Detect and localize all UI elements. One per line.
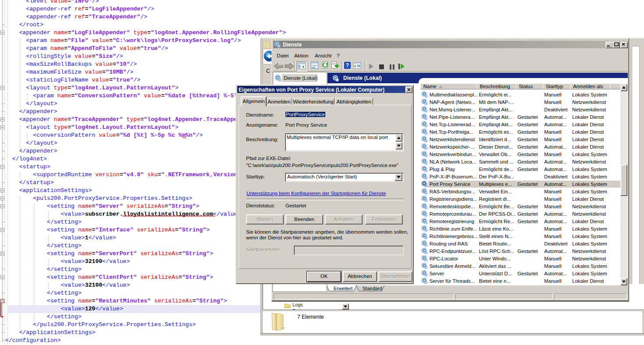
svg-text:Erweitert: Erweitert: [334, 286, 352, 291]
svg-text:?: ?: [346, 62, 349, 68]
svg-text:Standard: Standard: [362, 286, 382, 291]
